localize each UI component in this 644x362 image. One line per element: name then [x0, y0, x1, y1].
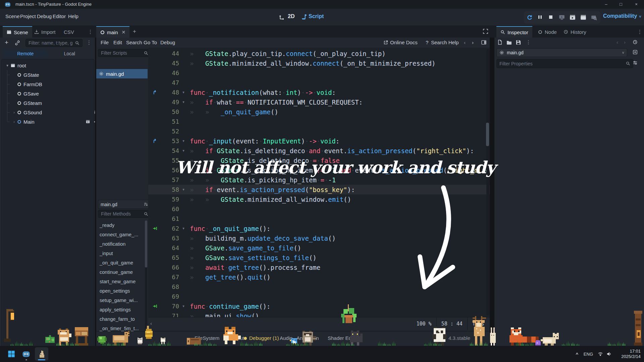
code-line-46[interactable]: 46 [148, 68, 490, 78]
search-help-link[interactable]: Search Help [431, 40, 459, 45]
new-resource-icon[interactable] [497, 40, 502, 45]
method-list-item[interactable]: _ready [96, 221, 146, 230]
mode-script-button[interactable]: Script [309, 13, 324, 19]
scene-tree-item-gsave[interactable]: GSave [2, 89, 103, 98]
filter-properties-input[interactable]: Filter Properties [496, 59, 633, 68]
code-line-61[interactable]: 61 [148, 214, 490, 224]
code-line-65[interactable]: 65»GSave.save_settings_to_file() [148, 253, 490, 262]
method-list-item[interactable]: _on_quit_game [96, 258, 146, 267]
scene-tree-item-gstate[interactable]: GState [2, 70, 103, 79]
tab-history[interactable]: History [559, 26, 590, 38]
code-scrollbar[interactable] [486, 49, 489, 315]
property-tools-icon[interactable] [633, 60, 638, 65]
code-line-50[interactable]: 50»»_on_quit_game() [148, 107, 490, 117]
minimize-button[interactable]: – [601, 1, 611, 8]
code-line-44[interactable]: 44»GState.play_coin_tip.connect(_on_play… [148, 49, 490, 58]
bottom-tab-audio[interactable]: Audio [280, 335, 292, 341]
code-line-63[interactable]: 63»building_m.update_deco_save_data() [148, 233, 490, 243]
movie-icon[interactable] [86, 119, 90, 124]
object-history-icon[interactable] [633, 40, 638, 45]
local-tab[interactable]: Local [48, 49, 92, 58]
menu-scene[interactable]: Scene [5, 13, 20, 19]
menu-debug[interactable]: Debug [37, 13, 52, 19]
new-tab-icon[interactable]: + [133, 28, 136, 35]
code-line-70[interactable]: 70▾func·continue_game(): [148, 301, 490, 311]
dock-splitter-left[interactable] [95, 38, 96, 346]
bottom-tab-debugger-1-[interactable]: Debugger (1) [244, 335, 279, 341]
bottom-tab-animation[interactable]: Animation [297, 335, 319, 341]
filter-scripts-input[interactable]: Filter Scripts [98, 49, 151, 57]
fold-icon[interactable]: ▾ [179, 139, 188, 143]
h-scroll-left-icon[interactable]: ‹ [150, 320, 152, 326]
tab-node[interactable]: Node [534, 26, 561, 38]
code-line-59[interactable]: 59»»GState.minimized_all_window.emit() [148, 194, 490, 204]
scene-filter-input[interactable]: Filter: name, t:type, g [25, 39, 83, 47]
scene-tree-item-gsteam[interactable]: GSteam [2, 98, 103, 108]
scene-dock-more-icon[interactable]: ⋮ [87, 40, 92, 46]
maximize-button[interactable]: □ [616, 1, 626, 8]
menu-help[interactable]: Help [68, 13, 78, 19]
code-line-68[interactable]: 68 [148, 282, 490, 292]
scene-tree-item-gsound[interactable]: ›GSound [2, 108, 103, 117]
code-line-45[interactable]: 45»GState.minimized_all_window.connect(_… [148, 58, 490, 68]
indent-type[interactable]: Tabs [467, 317, 489, 330]
code-line-64[interactable]: 64»GSave.save_game_to_file() [148, 243, 490, 253]
movie-magnifier-icon[interactable] [591, 14, 597, 20]
sort-methods-icon[interactable] [144, 202, 148, 206]
zoom-level[interactable]: 100 % [412, 317, 436, 330]
script-mode-icon[interactable] [301, 14, 307, 20]
script-menu-search[interactable]: Search [126, 40, 142, 45]
code-line-69[interactable]: 69 [148, 292, 490, 301]
2d-mode-icon[interactable] [279, 14, 285, 20]
menu-editor[interactable]: Editor [53, 13, 66, 19]
taskbar-godot-app[interactable] [19, 347, 33, 361]
tree-expand-icon[interactable]: ▾ [5, 63, 10, 68]
tray-chevron[interactable]: ^ [576, 346, 578, 362]
edit-back-icon[interactable]: ‹ [616, 39, 618, 45]
method-list-item[interactable]: connect_game_... [96, 230, 146, 239]
movie-maker-icon[interactable] [580, 14, 586, 20]
inspector-dock-options-icon[interactable]: ⋮ [637, 29, 642, 35]
code-line-67[interactable]: 67»get_tree().quit() [148, 272, 490, 282]
filter-methods-input[interactable]: Filter Methods [98, 210, 151, 218]
code-line-52[interactable]: 52 [148, 126, 490, 136]
script-panel-layout-icon[interactable] [481, 40, 486, 45]
close-tab-icon[interactable]: ✕ [122, 29, 126, 35]
instance-scene-icon[interactable] [15, 40, 20, 46]
method-list-item[interactable]: open_settings [96, 286, 146, 296]
code-line-54[interactable]: 54▾»if·GState.is_deleting_deco·and·event… [148, 146, 490, 156]
code-line-51[interactable]: 51 [148, 117, 490, 126]
add-node-icon[interactable]: + [5, 39, 8, 46]
load-resource-icon[interactable] [506, 40, 512, 45]
script-forward-icon[interactable]: › [472, 40, 474, 45]
resource-more-icon[interactable]: ⋮ [526, 39, 531, 45]
code-line-71[interactable]: 71»main_ui.show() [148, 311, 490, 317]
fold-icon[interactable]: ▾ [179, 304, 188, 308]
code-editor[interactable]: 44»GState.play_coin_tip.connect(_on_play… [148, 48, 490, 317]
fold-icon[interactable]: ▾ [179, 100, 188, 104]
extra-resource-options-icon[interactable] [633, 50, 638, 55]
language-indicator[interactable]: ENG [584, 346, 593, 362]
method-list-item[interactable]: setup_game_wi... [96, 296, 146, 305]
tree-expand-icon[interactable]: › [12, 110, 16, 114]
network-icon[interactable] [598, 346, 603, 362]
scene-tree-item-farmdb[interactable]: FarmDB [2, 79, 103, 89]
menu-project[interactable]: Project [20, 13, 36, 19]
script-menu-goto[interactable]: Go To [144, 40, 157, 45]
fold-icon[interactable]: ▾ [179, 148, 188, 153]
code-line-49[interactable]: 49▾»if·what·==·NOTIFICATION_WM_CLOSE_REQ… [148, 97, 490, 107]
play-movie-icon[interactable] [570, 14, 576, 20]
tab-inspector[interactable]: Inspector [496, 26, 532, 38]
code-line-48[interactable]: 48▾func·_notification(what:·int)·->·void… [148, 87, 490, 97]
script-menu-edit[interactable]: Edit [113, 40, 122, 45]
dock-options-icon[interactable]: ⋮ [88, 29, 93, 35]
method-list-item[interactable]: _notification [96, 239, 146, 249]
tab-import-dock[interactable]: Import [30, 26, 60, 38]
edit-forward-icon[interactable]: › [624, 39, 626, 45]
script-menu-debug[interactable]: Debug [160, 40, 175, 45]
bottom-tab-shader-editor[interactable]: Shader Editor [328, 335, 359, 341]
code-line-47[interactable]: 47 [148, 78, 490, 87]
stop-icon[interactable] [548, 14, 553, 20]
scene-tree-item-main[interactable]: ›Main [2, 117, 103, 126]
method-list-item[interactable]: apply_settings [96, 305, 146, 314]
